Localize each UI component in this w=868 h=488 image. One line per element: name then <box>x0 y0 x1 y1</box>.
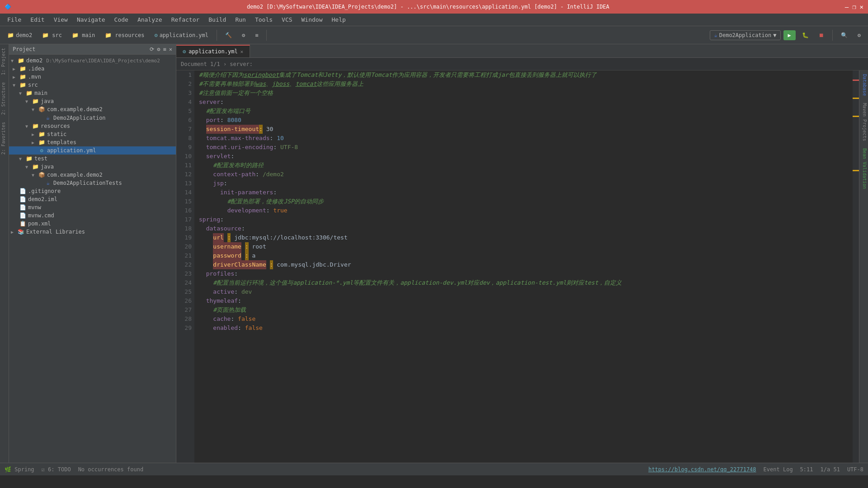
scroll-mark-4 <box>853 170 859 171</box>
line-num-16: 16 <box>179 206 192 215</box>
bean-validation-tab[interactable]: Bean Validation <box>859 145 868 192</box>
run-button[interactable]: ▶ <box>783 30 796 40</box>
favorites-tab[interactable]: 2: Favorites <box>0 118 9 158</box>
project-panel-tab[interactable]: 1: Project <box>0 44 9 79</box>
menu-vcs[interactable]: VCS <box>278 14 296 25</box>
code-sep-12: : <box>255 170 263 179</box>
arrow-idea: ▶ <box>13 66 19 71</box>
search-button[interactable]: 🔍 <box>837 30 851 40</box>
tree-item-pkg[interactable]: ▼ 📦 com.example.demo2 <box>9 105 176 113</box>
stop-button[interactable]: ⏹ <box>815 30 828 40</box>
menu-code[interactable]: Code <box>111 14 132 25</box>
menu-edit[interactable]: Edit <box>27 14 48 25</box>
tree-item-static[interactable]: ▶ 📁 static <box>9 130 176 138</box>
tree-item-iml[interactable]: 📄 demo2.iml <box>9 195 176 203</box>
database-tab[interactable]: Database <box>859 70 868 99</box>
tree-item-idea[interactable]: ▶ 📁 .idea <box>9 65 176 73</box>
src-button[interactable]: 📁 src <box>38 30 66 40</box>
tab-close-button[interactable]: ✕ <box>241 49 244 55</box>
line-num-19: 19 <box>179 233 192 242</box>
tree-item-java[interactable]: ▼ 📁 java <box>9 97 176 105</box>
code-line-13: ▼ jsp: <box>199 179 848 188</box>
menu-navigate[interactable]: Navigate <box>73 14 109 25</box>
tree-item-mvn[interactable]: ▶ 📁 .mvn <box>9 73 176 81</box>
tree-item-mvnw[interactable]: 📄 mvnw <box>9 203 176 211</box>
folder-icon-static: 📁 <box>38 131 45 137</box>
menu-window[interactable]: Window <box>298 14 326 25</box>
label-yml: application.yml <box>47 147 96 154</box>
hide-icon[interactable]: ✕ <box>169 46 172 52</box>
debug-button[interactable]: 🐛 <box>798 30 812 40</box>
close-button[interactable]: ✕ <box>860 3 863 10</box>
project-button[interactable]: 📁 demo2 <box>4 30 36 40</box>
label-app: Demo2Application <box>53 115 106 121</box>
line-num-29: 29 <box>179 324 192 333</box>
menu-tools[interactable]: Tools <box>251 14 276 25</box>
spring-indicator[interactable]: 🌿 Spring <box>5 466 34 473</box>
todo-icon: ☑ <box>42 466 45 473</box>
line-num-25: 25 <box>179 287 192 296</box>
tree-item-test-app[interactable]: ☕ Demo2ApplicationTests <box>9 179 176 187</box>
settings-button[interactable]: ⚙ <box>238 30 249 40</box>
sync-icon[interactable]: ⟳ <box>150 46 154 52</box>
settings-gear[interactable]: ⚙ <box>854 30 864 40</box>
menu-file[interactable]: File <box>4 14 25 25</box>
menu-build[interactable]: Build <box>205 14 230 25</box>
code-key-12: context-path <box>213 170 255 179</box>
title-bar-icon: 🔷 <box>5 4 11 10</box>
main-button[interactable]: 📁 main <box>68 30 99 40</box>
toolbar-separator-3 <box>832 30 833 41</box>
structure-tab[interactable]: 2: Structure <box>0 79 9 118</box>
editor-area: ⚙ application.yml ✕ Document 1/1 › serve… <box>176 44 868 463</box>
code-key-18: datasource <box>206 224 241 233</box>
file-icon-gitignore: 📄 <box>19 188 26 194</box>
run-config-selector[interactable]: ☕ Demo2Application ▼ <box>710 30 780 40</box>
tree-item-ext-libs[interactable]: ▶ 📚 External Libraries <box>9 228 176 236</box>
tree-item-templates[interactable]: ▶ 📁 templates <box>9 138 176 146</box>
menu-view[interactable]: View <box>50 14 71 25</box>
tree-item-resources[interactable]: ▼ 📁 resources <box>9 122 176 130</box>
tree-item-pom[interactable]: 📋 pom.xml <box>9 220 176 228</box>
arrow-test-pkg: ▼ <box>32 173 38 178</box>
gear-icon[interactable]: ⚙ <box>157 46 160 52</box>
code-line-11: #配置发布时的路径 <box>199 161 848 170</box>
label-mvn: .mvn <box>28 74 41 80</box>
build-button[interactable]: 🔨 <box>222 30 236 40</box>
menu-help[interactable]: Help <box>328 14 349 25</box>
structure-button[interactable]: ≡ <box>251 30 262 40</box>
menu-run[interactable]: Run <box>231 14 249 25</box>
code-content[interactable]: #顺便介绍下因为springboot集成了Tomcat和Jetty，默认使用To… <box>194 70 853 463</box>
tree-item-mvnw-cmd[interactable]: 📄 mvnw.cmd <box>9 211 176 220</box>
encoding-label[interactable]: UTF-8 <box>847 466 863 473</box>
todo-indicator[interactable]: ☑ 6: TODO <box>42 466 71 473</box>
tree-item-application-yml[interactable]: ⚙ application.yml <box>9 146 176 155</box>
tree-item-src[interactable]: ▼ 📁 src <box>9 81 176 89</box>
maven-tab[interactable]: Maven Projects <box>859 99 868 145</box>
tree-item-test[interactable]: ▼ 📁 test <box>9 155 176 163</box>
code-indent-9 <box>199 143 206 152</box>
tree-item-app[interactable]: ☕ Demo2Application <box>9 113 176 122</box>
menu-refactor[interactable]: Refactor <box>168 14 203 25</box>
spring-icon: 🌿 <box>5 466 11 473</box>
tree-item-test-pkg[interactable]: ▼ 📦 com.example.demo2 <box>9 171 176 179</box>
code-indent-21 <box>199 251 213 260</box>
run-config-arrow: ▼ <box>773 32 776 38</box>
tree-item-gitignore[interactable]: 📄 .gitignore <box>9 187 176 195</box>
file-icon-mvnw: 📄 <box>19 204 26 211</box>
tree-item-demo2[interactable]: ▼ 📁 demo2 D:\MySoftware\IDEA\IDEA_Projec… <box>9 56 176 65</box>
code-colon-10: : <box>231 152 234 161</box>
resources-button[interactable]: 📁 resources <box>101 30 148 40</box>
panel-settings-icon[interactable]: ≡ <box>163 46 166 52</box>
code-val-16: true <box>273 206 287 215</box>
path-demo2: D:\MySoftware\IDEA\IDEA_Projects\demo2 <box>46 58 160 64</box>
tree-item-test-java[interactable]: ▼ 📁 java <box>9 163 176 171</box>
tree-item-main[interactable]: ▼ 📁 main <box>9 89 176 97</box>
tab-application-yml[interactable]: ⚙ application.yml ✕ <box>176 45 250 57</box>
file-button[interactable]: ⚙ application.yml <box>151 30 212 40</box>
folder-icon-src: 📁 <box>19 82 26 88</box>
event-log-button[interactable]: Event Log <box>764 466 793 473</box>
maximize-button[interactable]: ❐ <box>852 3 856 10</box>
minimize-button[interactable]: — <box>845 3 849 10</box>
url-link[interactable]: https://blog.csdn.net/qq_22771748 <box>648 466 756 473</box>
menu-analyze[interactable]: Analyze <box>134 14 166 25</box>
